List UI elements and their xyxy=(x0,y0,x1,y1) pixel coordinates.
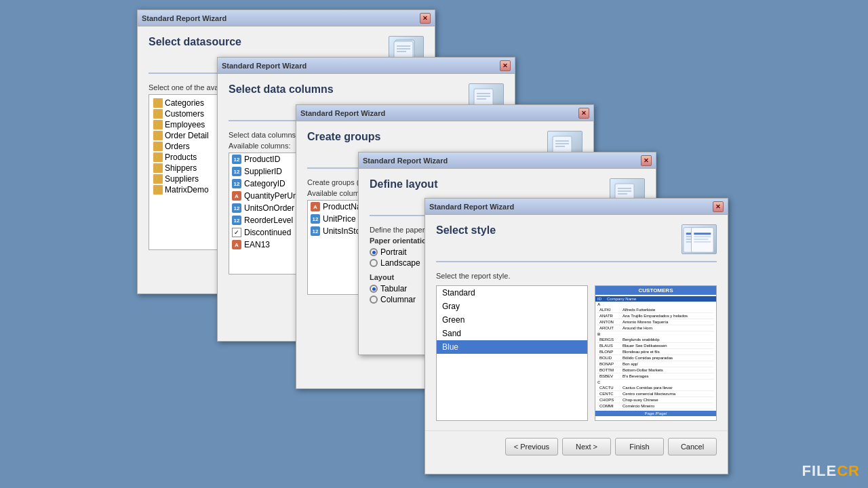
style-green[interactable]: Green xyxy=(437,313,587,327)
svg-rect-6 xyxy=(397,48,410,49)
num-icon: 12 xyxy=(232,179,241,188)
num-icon: 12 xyxy=(311,214,320,224)
svg-rect-17 xyxy=(618,188,631,189)
str-icon: A xyxy=(232,240,241,249)
close-button-3[interactable]: ✕ xyxy=(578,108,589,119)
style-list[interactable]: Standard Gray Green Sand Blue xyxy=(436,285,588,421)
title-2: Standard Report Wizard xyxy=(222,62,307,70)
svg-rect-14 xyxy=(555,143,569,144)
preview-row: CHOPSChop-suey Chinese xyxy=(597,397,714,403)
title-4: Standard Report Wizard xyxy=(363,157,448,165)
preview-footer: Page /Page/ xyxy=(595,411,716,416)
preview-row: BOTTMBottom-Dollar Markets xyxy=(597,367,714,373)
svg-rect-18 xyxy=(618,190,631,192)
preview-row: ANATRAna Trujillo Emparedados y helados xyxy=(597,313,714,319)
num-icon: 12 xyxy=(232,216,241,225)
table-icon xyxy=(153,109,163,119)
columnar-label: Columnar xyxy=(380,295,416,304)
previous-button[interactable]: < Previous xyxy=(505,438,558,455)
tabular-label: Tabular xyxy=(380,284,407,293)
svg-rect-11 xyxy=(477,98,486,100)
preview-row: BOLIDBólido Comidas preparadas xyxy=(597,355,714,361)
svg-rect-28 xyxy=(694,239,708,240)
window-select-style: Standard Report Wizard ✕ Select style xyxy=(425,198,728,474)
num-icon: 12 xyxy=(311,226,320,236)
win1-heading: Select datasource xyxy=(149,36,241,48)
svg-rect-7 xyxy=(397,51,406,52)
title-1: Standard Report Wizard xyxy=(142,14,226,22)
win5-subtitle: Select the report style. xyxy=(436,272,717,280)
num-icon: 12 xyxy=(232,203,241,213)
str-icon: A xyxy=(311,202,320,211)
win3-heading: Create groups xyxy=(307,131,380,143)
table-icon xyxy=(153,98,163,108)
style-sand[interactable]: Sand xyxy=(437,327,587,340)
chk-icon: ✓ xyxy=(232,228,241,237)
portrait-label: Portrait xyxy=(380,247,407,257)
style-gray[interactable]: Gray xyxy=(437,300,587,313)
svg-rect-9 xyxy=(477,93,490,94)
table-icon xyxy=(153,174,163,184)
table-icon xyxy=(153,120,163,129)
portrait-radio[interactable] xyxy=(370,248,378,256)
tabular-radio[interactable] xyxy=(370,285,378,293)
table-icon xyxy=(153,185,163,195)
finish-button[interactable]: Finish xyxy=(615,438,664,455)
preview-row: ALFKIAlfreds Futterkiste xyxy=(597,307,714,313)
svg-rect-25 xyxy=(691,228,713,253)
titlebar-2: Standard Report Wizard ✕ xyxy=(218,58,515,74)
table-icon xyxy=(153,152,163,162)
close-button-4[interactable]: ✕ xyxy=(641,155,652,166)
close-button-5[interactable]: ✕ xyxy=(713,201,724,212)
filecr-text: FILECR xyxy=(802,462,860,479)
svg-rect-10 xyxy=(477,96,490,97)
str-icon: A xyxy=(232,191,241,201)
next-button[interactable]: Next > xyxy=(562,438,611,455)
title-3: Standard Report Wizard xyxy=(300,109,385,117)
close-button-1[interactable]: ✕ xyxy=(420,13,431,24)
landscape-label: Landscape xyxy=(380,258,420,268)
style-standard[interactable]: Standard xyxy=(437,286,587,300)
preview-row: BSBEVB's Beverages xyxy=(597,373,714,380)
preview-row: BLAUSBlauer See Delikatessen xyxy=(597,343,714,349)
columnar-radio[interactable] xyxy=(370,296,378,304)
preview-row: AROUTAround the Horn xyxy=(597,325,714,331)
win5-header: Select style xyxy=(436,224,717,262)
win4-heading: Define layout xyxy=(370,178,437,190)
titlebar-5: Standard Report Wizard ✕ xyxy=(425,199,728,215)
svg-rect-5 xyxy=(397,45,410,47)
preview-header: IDCompany Name xyxy=(595,296,716,302)
preview-title: CUSTOMERS xyxy=(595,286,716,295)
preview-row: BLONPBlondeau père et fils xyxy=(597,349,714,355)
svg-rect-19 xyxy=(618,193,627,195)
svg-rect-26 xyxy=(694,232,711,235)
close-button-2[interactable]: ✕ xyxy=(500,60,511,71)
win2-heading: Select data columns xyxy=(229,83,334,96)
table-icon xyxy=(153,131,163,140)
landscape-radio[interactable] xyxy=(370,259,378,267)
svg-rect-13 xyxy=(555,140,569,142)
preview-row: BONAPBon app' xyxy=(597,361,714,367)
win5-icon xyxy=(682,224,717,254)
num-icon: 12 xyxy=(232,167,241,176)
preview-row: ANTONAntonio Moreno Taquería xyxy=(597,319,714,325)
titlebar-3: Standard Report Wizard ✕ xyxy=(296,105,593,121)
titlebar-1: Standard Report Wizard ✕ xyxy=(138,10,435,26)
table-icon xyxy=(153,142,163,151)
style-blue[interactable]: Blue xyxy=(437,340,587,354)
titlebar-4: Standard Report Wizard ✕ xyxy=(359,152,656,169)
preview-row: CACTUCactus Comidas para llevar xyxy=(597,385,714,391)
filecr-watermark: FILECR xyxy=(802,462,860,480)
style-preview: CUSTOMERS IDCompany Name A ALFKIAlfreds … xyxy=(595,285,717,421)
title-5: Standard Report Wizard xyxy=(429,203,514,211)
preview-row: CENTCCentro comercial Moctezuma xyxy=(597,391,714,397)
win5-button-row: < Previous Next > Finish Cancel xyxy=(425,430,728,462)
preview-row: BERGSBerglunds snabbköp xyxy=(597,337,714,343)
cancel-button[interactable]: Cancel xyxy=(668,438,717,455)
svg-rect-27 xyxy=(694,236,711,237)
table-icon xyxy=(153,163,163,173)
win5-heading: Select style xyxy=(436,224,496,237)
num-icon: 12 xyxy=(232,155,241,164)
preview-row: COMMIComércio Mineiro xyxy=(597,403,714,409)
svg-rect-15 xyxy=(555,146,565,147)
